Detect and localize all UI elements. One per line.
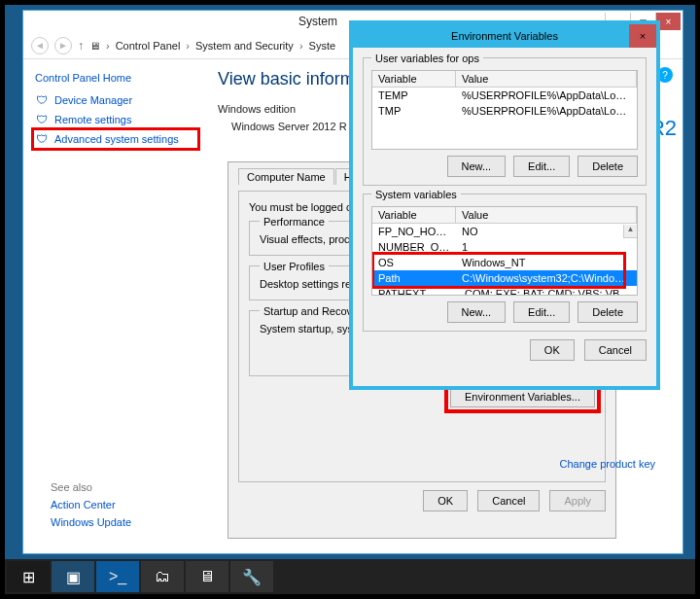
col-header-value[interactable]: Value [456,207,637,223]
shield-icon: 🛡 [35,93,49,107]
task-powershell[interactable]: >_ [96,561,139,592]
env-ok-button[interactable]: OK [530,339,575,361]
seealso-header: See also [51,481,131,493]
user-edit-button[interactable]: Edit... [513,156,570,177]
task-app[interactable]: 🔧 [230,561,273,592]
sidebar-item-remote-settings[interactable]: 🛡 Remote settings [33,110,198,129]
sidebar-item-label: Device Manager [54,94,132,106]
col-header-variable[interactable]: Variable [372,207,456,223]
col-header-variable[interactable]: Variable [372,71,456,87]
breadcrumb-seg[interactable]: Control Panel [116,40,181,52]
cancel-button[interactable]: Cancel [477,490,540,511]
seealso-windows-update[interactable]: Windows Update [51,516,131,528]
table-row: OS Windows_NT [372,255,637,270]
back-button[interactable]: ◄ [31,37,49,54]
sidebar-item-device-manager[interactable]: 🛡 Device Manager [33,90,198,110]
user-variables-grid[interactable]: Variable Value TEMP %USERPROFILE%\AppDat… [371,70,638,150]
performance-legend: Performance [260,216,329,228]
env-dialog-close-button[interactable]: × [629,24,656,48]
table-row-selected: Path C:\Windows\system32;C:\Windows;C:\W… [372,270,637,286]
user-variables-legend: User variables for ops [371,53,483,64]
task-server-manager[interactable]: ▣ [52,561,94,592]
table-row: FP_NO_HOST_CH... NO [372,224,637,239]
up-button[interactable]: ↑ [78,39,84,53]
shield-icon: 🛡 [35,132,49,146]
task-control-panel[interactable]: 🖥 [186,561,228,592]
shield-icon: 🛡 [35,113,49,126]
environment-variables-dialog: Environment Variables × User variables f… [349,20,660,390]
breadcrumb-seg[interactable]: Syste [309,40,336,52]
forward-button[interactable]: ► [54,37,72,54]
user-new-button[interactable]: New... [447,156,507,177]
system-variables-grid[interactable]: ▲ Variable Value FP_NO_HOST_CH... NO NUM… [371,206,638,296]
sys-new-button[interactable]: New... [447,301,507,323]
user-delete-button[interactable]: Delete [578,156,638,177]
breadcrumb-seg[interactable]: System and Security [195,40,294,52]
change-product-key-link[interactable]: Change product key [560,458,655,470]
system-variables-legend: System variables [371,189,461,200]
env-cancel-button[interactable]: Cancel [584,339,647,361]
env-dialog-titlebar[interactable]: Environment Variables × [353,24,656,48]
profiles-legend: User Profiles [260,261,329,272]
table-row: TEMP %USERPROFILE%\AppData\Local\Temp [372,88,637,103]
apply-button[interactable]: Apply [549,490,606,511]
sidebar-item-advanced-system-settings[interactable]: 🛡 Advanced system settings [33,129,198,149]
desktop: System – □ × ◄ ► ↑ 🖥 › Control Panel › S… [5,5,695,594]
env-dialog-title: Environment Variables [451,30,558,42]
sys-edit-button[interactable]: Edit... [513,301,570,323]
table-row: TMP %USERPROFILE%\AppData\Local\Temp [372,103,637,119]
scroll-up-button[interactable]: ▲ [623,225,637,238]
table-row: PATHEXT .COM;.EXE;.BAT;.CMD;.VBS;.VBE;.J… [372,286,637,296]
system-variables-group: System variables ▲ Variable Value FP_NO_… [363,194,647,332]
col-header-value[interactable]: Value [456,71,637,87]
sidebar-item-label: Advanced system settings [54,133,179,145]
user-variables-group: User variables for ops Variable Value TE… [363,57,647,186]
table-row: NUMBER_OF_PRO... 1 [372,239,637,255]
breadcrumb-icon: 🖥 [89,40,100,52]
start-button[interactable]: ⊞ [7,561,50,592]
ok-button[interactable]: OK [423,490,468,511]
sidebar-item-label: Remote settings [54,114,131,125]
sidebar-header[interactable]: Control Panel Home [33,69,198,87]
seealso-action-center[interactable]: Action Center [51,499,131,511]
taskbar: ⊞ ▣ >_ 🗂 🖥 🔧 [5,559,695,594]
sys-delete-button[interactable]: Delete [578,301,638,323]
task-file-explorer[interactable]: 🗂 [141,561,184,592]
control-panel-sidebar: Control Panel Home 🛡 Device Manager 🛡 Re… [23,59,198,553]
tab-computer-name[interactable]: Computer Name [238,168,334,185]
